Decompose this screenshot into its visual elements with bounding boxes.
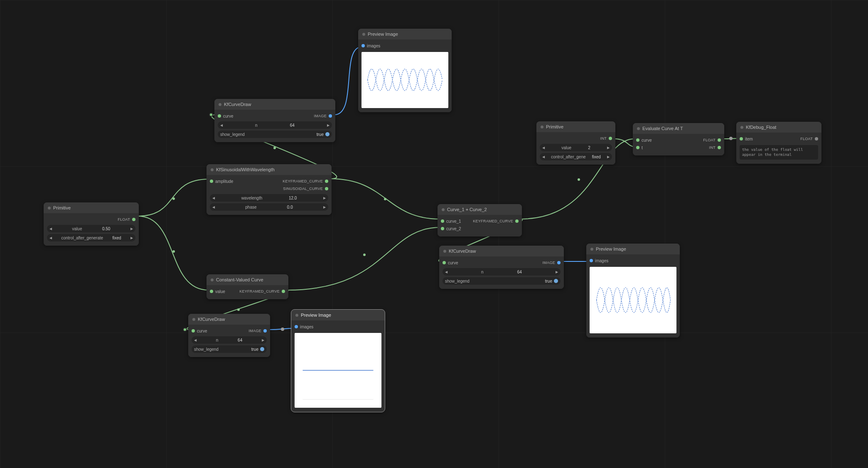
- collapse-dot[interactable]: [219, 103, 221, 106]
- widget-n[interactable]: ◀ n 64 ▶: [443, 268, 561, 276]
- node-header[interactable]: KfCurveDraw: [439, 246, 564, 256]
- increment-arrow[interactable]: ▶: [327, 123, 329, 127]
- node-preview-right[interactable]: Preview Image images: [586, 244, 680, 337]
- collapse-dot[interactable]: [192, 318, 195, 321]
- widget-value[interactable]: ◀ value 2 ▶: [540, 144, 612, 151]
- node-curvedraw-right[interactable]: KfCurveDraw curve IMAGE ◀ n 64 ▶ show_le…: [439, 246, 564, 289]
- widget-control-after-generate[interactable]: ◀ control_after_generate fixed ▶: [47, 234, 135, 241]
- output-port[interactable]: [609, 137, 612, 140]
- widget-show-legend[interactable]: show_legend true: [443, 277, 561, 285]
- node-preview-bottom[interactable]: Preview Image images: [291, 310, 385, 412]
- collapse-dot[interactable]: [541, 126, 543, 128]
- decrement-arrow[interactable]: ◀: [542, 146, 545, 150]
- input-label: t: [642, 145, 643, 150]
- input-port-images[interactable]: [361, 44, 365, 47]
- decrement-arrow[interactable]: ◀: [220, 123, 223, 127]
- output-port-float[interactable]: [815, 137, 818, 140]
- output-port-keyframed[interactable]: [325, 180, 328, 183]
- output-port-int[interactable]: [718, 146, 721, 149]
- node-header[interactable]: Evaluate Curve At T: [633, 123, 724, 134]
- next-arrow[interactable]: ▶: [130, 236, 133, 240]
- collapse-dot[interactable]: [211, 278, 214, 281]
- input-port-amplitude[interactable]: [210, 180, 213, 183]
- input-port-curve[interactable]: [192, 329, 195, 333]
- increment-arrow[interactable]: ▶: [130, 227, 133, 231]
- input-port-value[interactable]: [210, 290, 213, 293]
- input-port-curve2[interactable]: [441, 227, 444, 230]
- increment-arrow[interactable]: ▶: [323, 196, 326, 200]
- node-evaluate-curve[interactable]: Evaluate Curve At T curve FLOAT t INT: [633, 123, 724, 155]
- collapse-dot[interactable]: [211, 168, 214, 171]
- output-port-image[interactable]: [557, 261, 561, 264]
- node-header[interactable]: Curve_1 + Curve_2: [438, 204, 522, 215]
- node-sinusoidal[interactable]: KfSinusoidalWithWavelength amplitude KEY…: [207, 164, 332, 215]
- reroute-port[interactable]: [209, 113, 213, 117]
- node-header[interactable]: Primitive: [536, 121, 615, 132]
- input-port-curve[interactable]: [636, 138, 639, 142]
- collapse-dot[interactable]: [48, 207, 51, 209]
- prev-arrow[interactable]: ◀: [49, 236, 52, 240]
- collapse-dot[interactable]: [295, 314, 298, 317]
- widget-wavelength[interactable]: ◀ wavelength 12.0 ▶: [210, 194, 328, 202]
- output-port-image[interactable]: [263, 329, 267, 333]
- collapse-dot[interactable]: [442, 208, 445, 211]
- input-port-curve1[interactable]: [441, 219, 444, 223]
- input-port-t[interactable]: [636, 146, 639, 149]
- decrement-arrow[interactable]: ◀: [194, 338, 197, 342]
- input-port-curve[interactable]: [443, 261, 446, 264]
- collapse-dot[interactable]: [362, 33, 365, 36]
- input-port-images[interactable]: [590, 259, 593, 262]
- node-header[interactable]: Constant-Valued Curve: [207, 274, 288, 285]
- node-header[interactable]: Preview Image: [291, 310, 385, 320]
- output-port-keyframed[interactable]: [282, 290, 285, 293]
- node-header[interactable]: KfCurveDraw: [188, 314, 270, 325]
- output-port-keyframed[interactable]: [515, 219, 519, 223]
- collapse-dot[interactable]: [443, 250, 446, 253]
- input-port-curve[interactable]: [218, 114, 221, 118]
- node-preview-top[interactable]: Preview Image images: [358, 29, 452, 112]
- increment-arrow[interactable]: ▶: [262, 338, 264, 342]
- decrement-arrow[interactable]: ◀: [212, 205, 215, 209]
- node-curvedraw-top[interactable]: KfCurveDraw curve IMAGE ◀ n 64 ▶ show_le…: [214, 99, 335, 142]
- node-primitive-float[interactable]: Primitive FLOAT ◀ value 0.50 ▶ ◀ control…: [44, 202, 139, 246]
- output-port-sinusoidal[interactable]: [325, 187, 328, 190]
- reroute-port[interactable]: [183, 328, 187, 332]
- node-curvedraw-bottom[interactable]: KfCurveDraw curve IMAGE ◀ n 64 ▶ show_le…: [188, 314, 270, 357]
- widget-phase[interactable]: ◀ phase 0.0 ▶: [210, 203, 328, 211]
- widget-value[interactable]: ◀ value 0.50 ▶: [47, 225, 135, 232]
- node-debug-float[interactable]: KfDebug_Float item FLOAT the value of th…: [736, 122, 821, 164]
- node-primitive-int[interactable]: Primitive INT ◀ value 2 ▶ ◀ control_afte…: [536, 121, 615, 165]
- input-port-item[interactable]: [740, 137, 743, 140]
- increment-arrow[interactable]: ▶: [323, 205, 326, 209]
- widget-control-after-generate[interactable]: ◀ control_after_gene fixed ▶: [540, 153, 612, 160]
- increment-arrow[interactable]: ▶: [607, 146, 610, 150]
- prev-arrow[interactable]: ◀: [542, 155, 545, 159]
- node-header[interactable]: Preview Image: [358, 29, 452, 39]
- node-header[interactable]: Preview Image: [586, 244, 680, 254]
- output-label: KEYFRAMED_CURVE: [283, 179, 323, 183]
- widget-show-legend[interactable]: show_legend true: [192, 345, 267, 353]
- output-port-float[interactable]: [718, 138, 721, 142]
- increment-arrow[interactable]: ▶: [556, 270, 558, 274]
- input-label: images: [300, 325, 313, 329]
- node-header[interactable]: KfCurveDraw: [214, 99, 335, 110]
- decrement-arrow[interactable]: ◀: [212, 196, 215, 200]
- output-port-image[interactable]: [329, 114, 332, 118]
- node-header[interactable]: KfSinusoidalWithWavelength: [207, 164, 332, 175]
- widget-n[interactable]: ◀ n 64 ▶: [192, 336, 267, 344]
- node-curve-add[interactable]: Curve_1 + Curve_2 curve_1 KEYFRAMED_CURV…: [438, 204, 522, 236]
- output-port[interactable]: [132, 218, 135, 221]
- next-arrow[interactable]: ▶: [607, 155, 610, 159]
- node-header[interactable]: KfDebug_Float: [736, 122, 821, 133]
- collapse-dot[interactable]: [637, 127, 640, 130]
- widget-n[interactable]: ◀ n 64 ▶: [218, 121, 332, 129]
- node-header[interactable]: Primitive: [44, 202, 139, 213]
- widget-show-legend[interactable]: show_legend true: [218, 131, 332, 138]
- input-port-images[interactable]: [295, 325, 298, 328]
- collapse-dot[interactable]: [740, 126, 743, 129]
- input-label: value: [215, 289, 225, 294]
- node-constant-curve[interactable]: Constant-Valued Curve value KEYFRAMED_CU…: [207, 274, 288, 299]
- decrement-arrow[interactable]: ◀: [445, 270, 448, 274]
- collapse-dot[interactable]: [590, 248, 593, 251]
- decrement-arrow[interactable]: ◀: [49, 227, 52, 231]
